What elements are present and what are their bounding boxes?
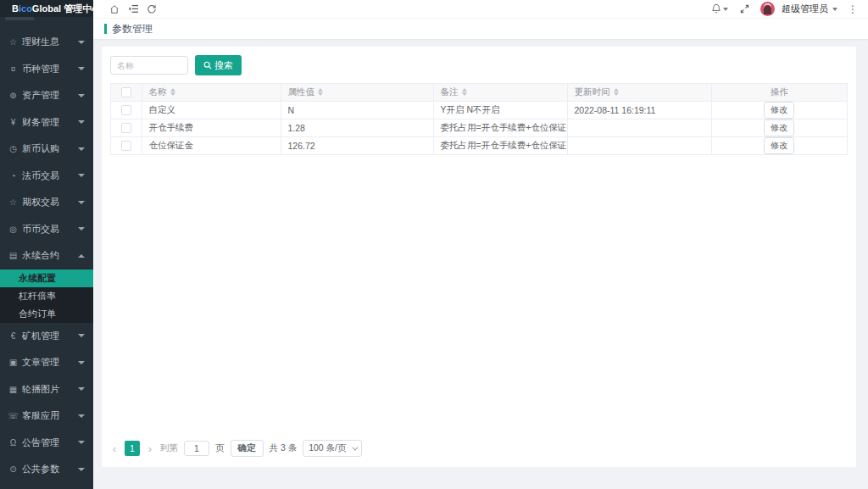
sidebar-item-articles[interactable]: ▣ 文章管理 xyxy=(0,349,93,376)
prev-page-icon[interactable]: ‹ xyxy=(110,442,119,455)
next-page-icon[interactable]: › xyxy=(146,442,154,455)
notifications-button[interactable] xyxy=(711,3,728,14)
pagination: ‹ 1 › 到第 页 确定 共 3 条 100 条/页 xyxy=(110,440,848,458)
sidebar-item-fiat-trade[interactable]: ◔ 法币交易 xyxy=(0,163,93,190)
params-table: 名称 属性值 备注 更新时间 操作 自定义 N xyxy=(110,83,848,155)
chevron-down-icon xyxy=(78,361,85,364)
row-checkbox[interactable] xyxy=(121,141,131,151)
sidebar-item-label: 新币认购 xyxy=(22,142,78,155)
chevron-down-icon xyxy=(78,441,85,444)
brand-suffix: Global 管理中心 xyxy=(32,3,93,15)
perpetual-submenu: 永续配置 杠杆倍率 合约订单 xyxy=(0,270,93,323)
fiat-icon: ◔ xyxy=(8,171,19,181)
goto-page-input[interactable] xyxy=(184,441,209,456)
sidebar-subitem-perpetual-config[interactable]: 永续配置 xyxy=(0,270,93,287)
row-checkbox[interactable] xyxy=(121,105,131,115)
sidebar-item-currency[interactable]: ¤ 币种管理 xyxy=(0,56,93,83)
sidebar-item-coin-trade[interactable]: ◎ 币币交易 xyxy=(0,216,93,243)
cell-name: 仓位保证金 xyxy=(142,136,281,154)
cell-remark: 委托占用=开仓手续费+仓位保证金 xyxy=(433,136,567,154)
cell-name: 开仓手续费 xyxy=(142,119,281,136)
contract-icon: ▤ xyxy=(8,251,19,260)
chevron-down-icon xyxy=(78,468,85,471)
cell-updated xyxy=(567,119,711,136)
asset-icon: ⊚ xyxy=(8,91,19,100)
sort-icon[interactable] xyxy=(462,88,467,96)
home-icon[interactable] xyxy=(105,2,124,17)
sidebar-subitem-contract-orders[interactable]: 合约订单 xyxy=(0,305,93,323)
sidebar-item-public-params[interactable]: ⊙ 公共参数 xyxy=(0,456,93,483)
sidebar-item-wealth[interactable]: ☆ 理财生息 xyxy=(0,29,93,56)
cell-value: 1.28 xyxy=(281,119,433,136)
params-card: 搜索 名称 属性值 备注 更新时间 操作 xyxy=(102,47,856,467)
exchange-icon: ◎ xyxy=(8,225,19,234)
bell-icon xyxy=(711,3,721,14)
sidebar-item-label: 客服应用 xyxy=(22,409,78,422)
content-area: 搜索 名称 属性值 备注 更新时间 操作 xyxy=(93,39,868,489)
main-area: 超级管理员 ⋮ 参数管理 搜索 xyxy=(93,0,868,489)
refresh-icon[interactable] xyxy=(142,2,161,17)
image-icon: ▦ xyxy=(8,385,19,394)
search-input[interactable] xyxy=(110,56,188,75)
bell-icon: Ω xyxy=(8,438,19,447)
edit-button[interactable]: 修改 xyxy=(764,137,794,154)
cell-updated: 2022-08-11 16:19:11 xyxy=(567,101,711,119)
select-all-checkbox[interactable] xyxy=(121,87,131,97)
sidebar-item-finance[interactable]: ¥ 财务管理 xyxy=(0,109,93,136)
user-name: 超级管理员 xyxy=(782,3,828,15)
sidebar-item-label: 理财生息 xyxy=(22,36,78,48)
finance-icon: ¥ xyxy=(8,118,19,127)
sidebar-subitem-leverage[interactable]: 杠杆倍率 xyxy=(0,287,93,305)
chevron-down-icon xyxy=(78,414,85,418)
sidebar-item-options-trade[interactable]: ☆ 期权交易 xyxy=(0,189,93,216)
sort-icon[interactable] xyxy=(614,88,619,96)
cell-value: 126.72 xyxy=(281,136,433,154)
sidebar: Bico Global 管理中心 ☆ 理财生息 ¤ 币种管理 ⊚ 资产管理 ¥ … xyxy=(0,0,93,489)
more-options-icon[interactable]: ⋮ xyxy=(844,3,861,15)
sidebar-item-assets[interactable]: ⊚ 资产管理 xyxy=(0,82,93,109)
collapse-menu-icon[interactable] xyxy=(124,2,142,17)
column-header-remark: 备注 xyxy=(441,86,459,98)
partial-menu-item xyxy=(0,17,93,21)
search-row: 搜索 xyxy=(110,55,848,75)
user-menu[interactable]: 超级管理员 xyxy=(782,3,837,15)
avatar[interactable] xyxy=(760,2,775,16)
chevron-down-icon xyxy=(352,444,358,450)
sidebar-item-support[interactable]: ☏ 客服应用 xyxy=(0,403,93,430)
brand-highlight: ico xyxy=(19,3,32,14)
chevron-down-icon xyxy=(78,227,85,231)
search-button[interactable]: 搜索 xyxy=(195,55,242,75)
sidebar-item-newcoin[interactable]: ◷ 新币认购 xyxy=(0,136,93,163)
search-button-label: 搜索 xyxy=(214,59,233,72)
current-page-button[interactable]: 1 xyxy=(125,441,140,456)
page-size-select[interactable]: 100 条/页 xyxy=(303,440,361,457)
info-icon: ⊙ xyxy=(8,464,19,474)
sidebar-item-miner[interactable]: € 矿机管理 xyxy=(0,323,93,350)
article-icon: ▣ xyxy=(8,358,19,367)
sidebar-item-label: 币种管理 xyxy=(22,63,78,75)
star-icon: ☆ xyxy=(8,197,19,207)
cell-remark: Y开启 N不开启 xyxy=(433,101,567,119)
accent-bar xyxy=(104,24,107,34)
sidebar-item-perpetual[interactable]: ▤ 永续合约 xyxy=(0,242,93,270)
row-checkbox[interactable] xyxy=(121,123,131,133)
edit-button[interactable]: 修改 xyxy=(764,102,794,119)
chevron-up-icon xyxy=(78,254,85,258)
sidebar-item-banners[interactable]: ▦ 轮播图片 xyxy=(0,376,93,403)
table-row: 开仓手续费 1.28 委托占用=开仓手续费+仓位保证金 修改 xyxy=(111,119,847,136)
sort-icon[interactable] xyxy=(318,88,323,96)
chevron-down-icon xyxy=(78,120,85,124)
column-header-value: 属性值 xyxy=(288,86,315,98)
edit-button[interactable]: 修改 xyxy=(764,119,794,136)
fullscreen-icon[interactable] xyxy=(735,2,754,17)
sidebar-item-announcements[interactable]: Ω 公告管理 xyxy=(0,430,93,457)
sort-icon[interactable] xyxy=(170,88,175,96)
column-header-action: 操作 xyxy=(711,84,847,101)
brand-prefix: B xyxy=(12,3,19,14)
app-window: Bico Global 管理中心 ☆ 理财生息 ¤ 币种管理 ⊚ 资产管理 ¥ … xyxy=(0,0,868,489)
chevron-down-icon xyxy=(723,8,728,11)
chevron-down-icon xyxy=(78,41,85,44)
chevron-down-icon xyxy=(78,174,85,177)
goto-confirm-button[interactable]: 确定 xyxy=(231,440,264,457)
sidebar-menu: ☆ 理财生息 ¤ 币种管理 ⊚ 资产管理 ¥ 财务管理 ◷ 新币认购 xyxy=(0,29,93,483)
